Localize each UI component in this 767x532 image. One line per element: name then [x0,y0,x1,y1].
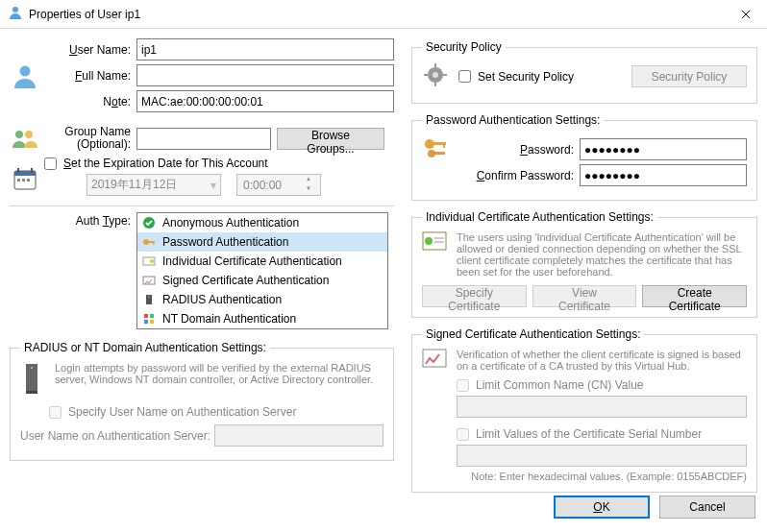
svg-rect-20 [144,314,148,318]
set-security-policy-checkbox[interactable]: Set Security Policy [458,70,574,84]
svg-rect-21 [150,314,154,318]
expiration-date-picker: 2019年11月12日 ▾ [87,174,221,196]
signed-cert-large-icon [422,349,449,373]
hex-note: Note: Enter hexadecimal values. (Example… [457,471,747,482]
auth-type-label: Auth Type: [10,212,136,228]
create-cert-button[interactable]: Create Certificate [642,285,747,307]
signed-cert-fieldset: Signed Certificate Authentication Settin… [411,327,757,493]
auth-anonymous-item[interactable]: Anonymous Authentication [137,213,387,232]
security-policy-button: Security Policy [631,65,747,87]
full-name-input[interactable] [136,64,394,86]
auth-individual-cert-item[interactable]: Individual Certificate Authentication [137,252,387,271]
security-policy-fieldset: Security Policy Set Security Policy Secu… [411,40,757,104]
svg-rect-40 [434,237,444,239]
svg-rect-9 [22,179,25,181]
svg-point-1 [20,65,31,76]
user-name-on-server-input [214,424,384,447]
security-fieldset-legend: Security Policy [422,40,506,54]
user-name-label: User Name: [40,43,136,57]
specify-cert-button: Specify Certificate [422,285,527,307]
view-cert-button: View Certificate [532,285,637,307]
server-icon [141,292,157,307]
svg-point-39 [425,237,433,245]
svg-rect-8 [17,179,20,181]
signed-cert-icon [141,273,157,288]
svg-rect-22 [144,320,148,324]
full-name-label: Full Name: [40,69,136,83]
user-name-input[interactable] [136,38,394,60]
windows-icon [141,311,157,326]
indcert-fieldset-legend: Individual Certificate Authentication Se… [422,210,657,224]
radius-fieldset-legend: RADIUS or NT Domain Authentication Setti… [20,341,270,354]
indcert-info-text: The users using 'Individual Certificate … [457,231,747,278]
set-expiration-checkbox[interactable]: Set the Expiration Date for This Account [44,157,394,170]
auth-type-listbox[interactable]: Anonymous Authentication Password Authen… [136,212,388,329]
svg-rect-25 [26,391,37,394]
cert-large-icon [422,231,449,255]
individual-cert-fieldset: Individual Certificate Authentication Se… [411,210,757,318]
auth-password-item[interactable]: Password Authentication [137,232,387,252]
keys-icon [422,134,455,190]
radius-settings-fieldset: RADIUS or NT Domain Authentication Setti… [10,341,394,461]
gear-icon [422,61,449,91]
user-icon [8,5,23,23]
auth-signed-cert-item[interactable]: Signed Certificate Authentication [137,271,387,290]
confirm-password-input[interactable] [580,164,747,186]
svg-rect-31 [424,74,428,76]
group-name-label: Group Name (Optional): [40,126,136,151]
confirm-password-label: Confirm Password: [455,169,580,182]
limit-cn-input [457,396,747,418]
user-name-on-server-label: User Name on Authentication Server: [20,429,210,443]
svg-rect-7 [31,168,33,173]
auth-ntdomain-item[interactable]: NT Domain Authentication [137,309,387,328]
signed-info-text: Verification of whether the client certi… [457,349,747,372]
signed-fieldset-legend: Signed Certificate Authentication Settin… [422,327,644,341]
limit-serial-checkbox: Limit Values of the Certificate Serial N… [457,427,747,441]
time-spinner: ▲▼ [303,176,314,195]
auth-radius-item[interactable]: RADIUS Authentication [137,290,387,309]
group-name-input[interactable] [136,128,271,150]
svg-rect-29 [434,63,436,67]
calendar-icon [10,157,40,200]
server-large-icon [20,362,47,398]
user-large-icon [10,35,40,116]
svg-rect-35 [443,142,445,148]
svg-point-19 [148,297,150,299]
svg-rect-32 [443,74,447,76]
group-icon [10,127,40,150]
cert-icon [141,254,157,269]
svg-point-0 [12,7,18,12]
radius-info-text: Login attempts by password will be verif… [55,362,384,385]
password-fieldset-legend: Password Authentication Settings: [422,113,604,127]
note-input[interactable] [136,90,394,112]
limit-serial-input [457,445,747,467]
svg-point-2 [15,131,23,138]
svg-rect-14 [153,241,155,245]
svg-rect-23 [150,320,154,324]
svg-point-3 [25,131,33,138]
titlebar: Properties of User ip1 [0,0,767,29]
svg-rect-10 [27,179,30,181]
svg-point-28 [433,72,438,78]
svg-point-26 [31,367,33,369]
svg-rect-30 [434,83,436,86]
password-label: Password: [455,143,580,157]
browse-groups-button[interactable]: Browse Groups... [277,128,384,150]
svg-rect-37 [433,152,445,155]
close-button[interactable] [724,0,767,28]
check-circle-icon [141,215,157,230]
ok-button[interactable]: OK [554,496,650,519]
window-title: Properties of User ip1 [29,8,140,21]
key-icon [141,234,157,250]
svg-rect-6 [17,168,19,173]
svg-point-16 [150,259,154,263]
specify-user-name-checkbox: Specify User Name on Authentication Serv… [49,405,384,419]
expiration-time-picker: 0:00:00 ▲▼ [236,174,321,196]
password-auth-fieldset: Password Authentication Settings: Passwo… [411,113,757,201]
svg-rect-41 [434,241,444,243]
password-input[interactable] [580,138,747,160]
limit-cn-checkbox: Limit Common Name (CN) Value [457,378,747,392]
note-label: Note: [40,95,136,109]
cancel-button[interactable]: Cancel [659,496,755,519]
